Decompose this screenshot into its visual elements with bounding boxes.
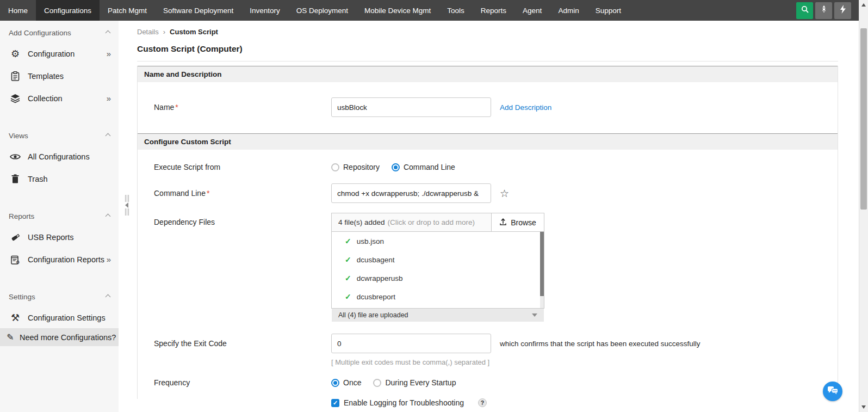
need-more-configurations[interactable]: ✎ Need more Configurations? bbox=[0, 328, 119, 346]
exit-code-note-row: [ Multiple exit codes must be comma(,) s… bbox=[138, 358, 838, 366]
file-list-scrollbar-thumb[interactable] bbox=[540, 232, 544, 296]
section-title: Configure Custom Script bbox=[144, 138, 231, 146]
breadcrumb: Details › Custom Script bbox=[137, 28, 859, 36]
file-name: usb.json bbox=[357, 237, 384, 245]
nav-item-agent[interactable]: Agent bbox=[514, 0, 550, 21]
chat-bubbles-icon bbox=[827, 385, 839, 398]
file-drop-zone[interactable]: 4 file(s) added (Click or drop to add mo… bbox=[332, 213, 491, 231]
sidebar-item-configuration-settings[interactable]: ⚒ Configuration Settings bbox=[0, 306, 119, 329]
nav-item-software-deployment[interactable]: Software Deployment bbox=[155, 0, 241, 21]
section-header-configure-custom-script: Configure Custom Script bbox=[138, 133, 838, 150]
sidebar-section-views: Views bbox=[0, 124, 119, 142]
nav-item-os-deployment[interactable]: OS Deployment bbox=[288, 0, 356, 21]
sidebar-item-all-configurations[interactable]: All Configurations bbox=[0, 145, 119, 168]
search-button[interactable] bbox=[796, 2, 813, 19]
page-scrollbar[interactable] bbox=[859, 0, 868, 412]
radio-once[interactable] bbox=[331, 379, 339, 387]
files-added-count: 4 file(s) added bbox=[338, 218, 385, 226]
exit-code-input[interactable] bbox=[331, 334, 491, 353]
file-name: dcwrapperusb bbox=[357, 274, 403, 282]
breadcrumb-details-link[interactable]: Details bbox=[137, 28, 159, 36]
scroll-up-arrow[interactable] bbox=[861, 3, 866, 7]
file-list-scrollbar-track[interactable] bbox=[540, 232, 544, 308]
nav-item-configurations[interactable]: Configurations bbox=[36, 0, 100, 21]
chat-support-button[interactable] bbox=[823, 382, 842, 401]
nav-item-tools[interactable]: Tools bbox=[439, 0, 473, 21]
sidebar-item-label: All Configurations bbox=[28, 152, 90, 161]
sidebar-item-label: Configuration Reports bbox=[28, 255, 104, 264]
scrollbar-thumb[interactable] bbox=[860, 28, 867, 210]
enable-logging-checkbox[interactable]: ✓ bbox=[331, 399, 339, 407]
sidebar-collapse-handle[interactable] bbox=[125, 195, 132, 218]
dependency-file-list: ✓ usb.json ✓ dcusbagent ✓ dcwrapperusb ✓… bbox=[331, 232, 544, 309]
nav-item-admin[interactable]: Admin bbox=[550, 0, 587, 21]
grip-lines-icon bbox=[125, 195, 129, 202]
command-line-label: Command Line* bbox=[154, 189, 331, 198]
exit-code-note: [ Multiple exit codes must be comma(,) s… bbox=[331, 358, 489, 366]
nav-actions bbox=[796, 0, 859, 21]
star-icon[interactable]: ☆ bbox=[500, 188, 509, 199]
execute-script-from-label: Execute Script from bbox=[154, 163, 331, 171]
execute-script-from-row: Execute Script from Repository Command L… bbox=[138, 163, 838, 171]
main-content: Details › Custom Script Custom Script (C… bbox=[119, 21, 859, 412]
nav-item-reports[interactable]: Reports bbox=[473, 0, 514, 21]
radio-repository-label[interactable]: Repository bbox=[343, 163, 380, 171]
enable-logging-label[interactable]: Enable Logging for Troubleshooting bbox=[344, 398, 464, 407]
drop-hint: (Click or drop to add more) bbox=[388, 218, 475, 226]
command-line-row: Command Line* ☆ bbox=[138, 183, 838, 203]
dependency-files-label: Dependency Files bbox=[154, 218, 331, 226]
sidebar-item-trash[interactable]: Trash bbox=[0, 168, 119, 190]
nav-item-inventory[interactable]: Inventory bbox=[241, 0, 288, 21]
submenu-arrow-icon: » bbox=[107, 94, 111, 103]
page-title: Custom Script (Computer) bbox=[137, 44, 859, 54]
usb-icon bbox=[9, 232, 22, 242]
help-icon[interactable]: ? bbox=[478, 398, 487, 407]
sidebar-item-collection[interactable]: Collection » bbox=[0, 87, 119, 109]
nav-item-mobile-device-mgmt[interactable]: Mobile Device Mgmt bbox=[356, 0, 439, 21]
sidebar-item-templates[interactable]: Templates bbox=[0, 65, 119, 87]
nav-item-home[interactable]: Home bbox=[0, 0, 36, 21]
upload-status-bar[interactable]: All (4) file are uploaded bbox=[332, 309, 544, 322]
logging-row: ✓ Enable Logging for Troubleshooting ? bbox=[138, 398, 838, 407]
name-label: Name* bbox=[154, 103, 331, 112]
sidebar-item-label: Configuration bbox=[28, 50, 75, 58]
radio-every-startup-label[interactable]: During Every Startup bbox=[385, 378, 456, 387]
radio-repository[interactable] bbox=[331, 163, 339, 171]
layers-icon bbox=[9, 94, 22, 103]
add-description-link[interactable]: Add Description bbox=[500, 103, 551, 112]
name-input[interactable] bbox=[331, 97, 491, 117]
radio-command-line[interactable] bbox=[392, 163, 400, 171]
sidebar-item-configuration-reports[interactable]: ⚙ Configuration Reports » bbox=[0, 248, 119, 270]
sidebar-item-usb-reports[interactable]: USB Reports bbox=[0, 226, 119, 248]
sidebar-item-label: Configuration Settings bbox=[28, 313, 106, 322]
trash-icon bbox=[9, 174, 22, 183]
submenu-arrow-icon: » bbox=[107, 49, 111, 58]
svg-text:⚙: ⚙ bbox=[16, 260, 20, 265]
eye-icon bbox=[9, 153, 22, 161]
launcher-button[interactable] bbox=[815, 2, 832, 19]
dependency-upload-bar: 4 file(s) added (Click or drop to add mo… bbox=[331, 213, 544, 232]
file-name: dcusbreport bbox=[357, 293, 395, 301]
browse-button[interactable]: Browse bbox=[491, 213, 544, 231]
nav-item-patch-mgmt[interactable]: Patch Mgmt bbox=[100, 0, 155, 21]
section-title: Name and Description bbox=[144, 70, 222, 78]
chevron-up-icon[interactable] bbox=[106, 30, 111, 36]
chevron-up-icon[interactable] bbox=[106, 133, 111, 139]
gear-icon: ⚙ bbox=[9, 49, 22, 59]
radio-once-label[interactable]: Once bbox=[343, 378, 361, 387]
radio-command-line-label[interactable]: Command Line bbox=[404, 163, 455, 171]
quick-actions-button[interactable] bbox=[834, 2, 851, 19]
scroll-down-arrow[interactable] bbox=[861, 405, 866, 409]
frequency-label: Frequency bbox=[154, 378, 331, 387]
sidebar-section-label: Settings bbox=[9, 293, 35, 301]
radio-every-startup[interactable] bbox=[373, 379, 381, 387]
nav-item-support[interactable]: Support bbox=[587, 0, 629, 21]
frequency-row: Frequency Once During Every Startup bbox=[138, 378, 838, 387]
sidebar-item-configuration[interactable]: ⚙ Configuration » bbox=[0, 42, 119, 65]
clipboard-gear-icon: ⚙ bbox=[9, 255, 22, 265]
sidebar-item-label: Trash bbox=[28, 175, 48, 183]
chevron-up-icon[interactable] bbox=[106, 214, 111, 219]
check-icon: ✓ bbox=[345, 274, 351, 282]
command-line-input[interactable] bbox=[331, 183, 491, 203]
chevron-up-icon[interactable] bbox=[106, 294, 111, 300]
